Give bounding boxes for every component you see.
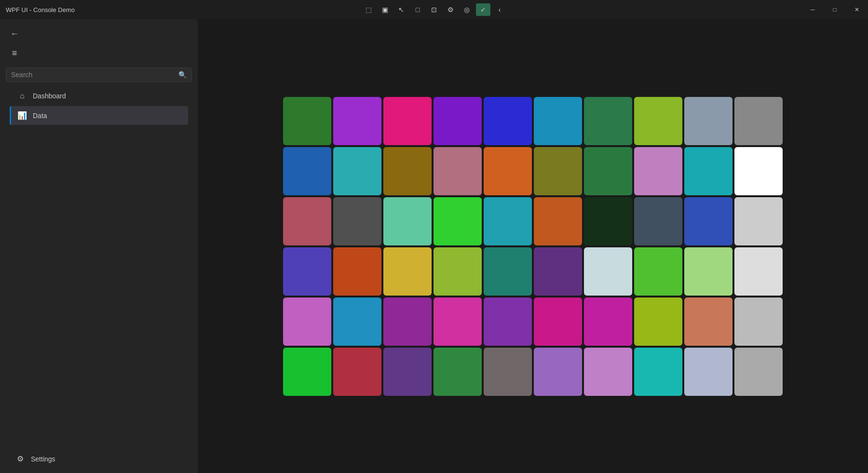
settings-icon: ⚙ xyxy=(15,454,25,463)
back2-icon[interactable]: ‹ xyxy=(492,3,507,16)
color-cell-38[interactable] xyxy=(684,247,732,296)
color-cell-49[interactable] xyxy=(734,297,783,346)
data-label: Data xyxy=(33,112,47,120)
color-cell-27[interactable] xyxy=(634,197,682,245)
settings-label: Settings xyxy=(31,455,55,463)
color-cell-46[interactable] xyxy=(584,297,632,346)
color-cell-55[interactable] xyxy=(534,348,582,396)
color-cell-58[interactable] xyxy=(684,348,732,396)
nav-list: ⌂Dashboard📊Data xyxy=(6,86,192,126)
color-cell-25[interactable] xyxy=(534,197,582,245)
color-cell-12[interactable] xyxy=(383,147,432,195)
color-cell-51[interactable] xyxy=(333,348,381,396)
close-button[interactable]: ✕ xyxy=(846,0,868,19)
color-cell-17[interactable] xyxy=(634,147,682,195)
sidebar-bottom: ⚙ Settings xyxy=(0,445,198,473)
color-cell-57[interactable] xyxy=(634,348,682,396)
main-content: ← ≡ 🔍 ⌂Dashboard📊Data ⚙ Settings xyxy=(0,19,868,473)
color-cell-53[interactable] xyxy=(434,348,482,396)
color-cell-5[interactable] xyxy=(534,97,582,145)
color-cell-11[interactable] xyxy=(333,147,381,195)
color-cell-35[interactable] xyxy=(534,247,582,296)
color-cell-29[interactable] xyxy=(734,197,783,245)
color-cell-44[interactable] xyxy=(484,297,532,346)
color-cell-26[interactable] xyxy=(584,197,632,245)
target-icon[interactable]: ◎ xyxy=(460,3,474,16)
color-cell-9[interactable] xyxy=(734,97,783,145)
settings-nav-item[interactable]: ⚙ Settings xyxy=(8,449,190,468)
color-cell-54[interactable] xyxy=(484,348,532,396)
region-icon[interactable]: ⊡ xyxy=(427,3,441,16)
dashboard-icon: ⌂ xyxy=(17,92,27,100)
color-cell-42[interactable] xyxy=(383,297,432,346)
title-bar: WPF UI - Console Demo ⬚▣↖□⊡⚙◎✓‹ ─ □ ✕ xyxy=(0,0,868,19)
search-icon[interactable]: 🔍 xyxy=(178,71,187,79)
color-area xyxy=(198,19,868,473)
frame-icon[interactable]: ⬚ xyxy=(361,3,376,16)
back-button[interactable]: ← xyxy=(6,25,23,42)
hamburger-button[interactable]: ≡ xyxy=(6,44,23,62)
title-bar-left: WPF UI - Console Demo xyxy=(6,6,75,14)
color-cell-43[interactable] xyxy=(434,297,482,346)
color-cell-10[interactable] xyxy=(283,147,331,195)
color-cell-39[interactable] xyxy=(734,247,783,296)
color-cell-4[interactable] xyxy=(484,97,532,145)
sidebar-item-data[interactable]: 📊Data xyxy=(10,106,188,125)
color-cell-31[interactable] xyxy=(333,247,381,296)
search-container: 🔍 xyxy=(6,68,192,82)
color-cell-13[interactable] xyxy=(434,147,482,195)
color-cell-48[interactable] xyxy=(684,297,732,346)
video-icon[interactable]: ▣ xyxy=(378,3,392,16)
color-cell-22[interactable] xyxy=(383,197,432,245)
color-grid xyxy=(273,87,792,405)
sidebar: ← ≡ 🔍 ⌂Dashboard📊Data ⚙ Settings xyxy=(0,19,198,473)
window-controls: ─ □ ✕ xyxy=(801,0,868,19)
data-icon: 📊 xyxy=(17,111,27,120)
color-cell-18[interactable] xyxy=(684,147,732,195)
settings2-icon[interactable]: ⚙ xyxy=(443,3,458,16)
color-cell-8[interactable] xyxy=(684,97,732,145)
color-cell-6[interactable] xyxy=(584,97,632,145)
color-cell-15[interactable] xyxy=(534,147,582,195)
sidebar-top: ← ≡ 🔍 ⌂Dashboard📊Data xyxy=(0,19,198,130)
minimize-button[interactable]: ─ xyxy=(801,0,824,19)
color-cell-41[interactable] xyxy=(333,297,381,346)
toolbar: ⬚▣↖□⊡⚙◎✓‹ xyxy=(361,3,507,16)
color-cell-32[interactable] xyxy=(383,247,432,296)
color-cell-19[interactable] xyxy=(734,147,783,195)
search-input[interactable] xyxy=(11,71,178,79)
color-cell-2[interactable] xyxy=(383,97,432,145)
color-cell-24[interactable] xyxy=(484,197,532,245)
color-cell-28[interactable] xyxy=(684,197,732,245)
color-cell-20[interactable] xyxy=(283,197,331,245)
color-cell-40[interactable] xyxy=(283,297,331,346)
sidebar-item-dashboard[interactable]: ⌂Dashboard xyxy=(10,87,188,105)
color-cell-16[interactable] xyxy=(584,147,632,195)
color-cell-7[interactable] xyxy=(634,97,682,145)
color-cell-30[interactable] xyxy=(283,247,331,296)
color-cell-21[interactable] xyxy=(333,197,381,245)
color-cell-47[interactable] xyxy=(634,297,682,346)
maximize-button[interactable]: □ xyxy=(824,0,846,19)
check-icon[interactable]: ✓ xyxy=(476,3,490,16)
color-cell-1[interactable] xyxy=(333,97,381,145)
color-cell-3[interactable] xyxy=(434,97,482,145)
color-cell-33[interactable] xyxy=(434,247,482,296)
color-cell-14[interactable] xyxy=(484,147,532,195)
color-cell-36[interactable] xyxy=(584,247,632,296)
color-cell-52[interactable] xyxy=(383,348,432,396)
color-cell-50[interactable] xyxy=(283,348,331,396)
select-icon[interactable]: ↖ xyxy=(394,3,408,16)
color-cell-45[interactable] xyxy=(534,297,582,346)
color-cell-0[interactable] xyxy=(283,97,331,145)
color-cell-37[interactable] xyxy=(634,247,682,296)
app-title: WPF UI - Console Demo xyxy=(6,6,75,14)
color-cell-23[interactable] xyxy=(434,197,482,245)
color-cell-34[interactable] xyxy=(484,247,532,296)
rectangle-icon[interactable]: □ xyxy=(410,3,425,16)
color-cell-56[interactable] xyxy=(584,348,632,396)
color-cell-59[interactable] xyxy=(734,348,783,396)
dashboard-label: Dashboard xyxy=(33,92,66,100)
